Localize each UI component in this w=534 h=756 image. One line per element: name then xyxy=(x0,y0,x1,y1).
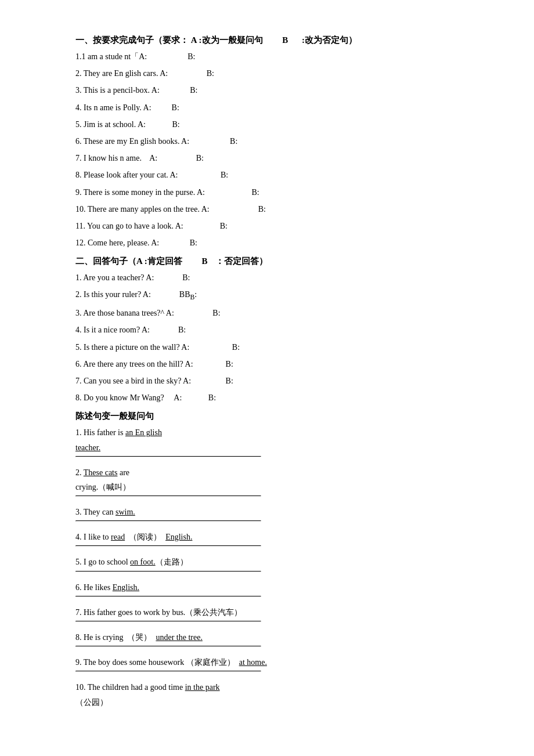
section3-q4-underline: read xyxy=(111,533,125,541)
section3-q2-underline: These cats xyxy=(84,468,118,477)
section2-item-1: 1. Are you a teacher? A: B: xyxy=(75,270,459,285)
section3-q8-underline: under the tree. xyxy=(156,633,202,642)
section3-q10-underline: in the park xyxy=(185,683,220,692)
section3-q5-underline: on foot. xyxy=(130,558,156,566)
section3-q1-underline: an En glishteacher. xyxy=(75,428,162,451)
section3-q7-text: 7. His father goes to work by bus.（乘公共汽车… xyxy=(75,605,459,620)
section3-q4-answer-line xyxy=(75,545,261,547)
section1-item-11: 11. You can go to have a look. A: B: xyxy=(75,219,459,233)
section2: 二、回答句子（A :肯定回答 B ：否定回答） 1. Are you a tea… xyxy=(75,256,459,405)
section2-item-6: 6. Are there any trees on the hill? A: B… xyxy=(75,357,459,371)
section3-q1-text: 1. His father is an En glishteacher. xyxy=(75,425,459,454)
section3-item-4: 4. I like to read （阅读） English. xyxy=(75,530,459,547)
section3-q1-answer-line xyxy=(75,456,261,457)
section1-item-10: 10. There are many apples on the tree. A… xyxy=(75,202,459,216)
section3-q5-text: 5. I go to school on foot.（走路） xyxy=(75,555,459,569)
section3-q4-text: 4. I like to read （阅读） English. xyxy=(75,530,459,544)
section2-item-5: 5. Is there a picture on the wall? A: B: xyxy=(75,340,459,355)
section3-q9-underline: at home. xyxy=(239,658,267,667)
section3-item-6: 6. He likes English. xyxy=(75,580,459,597)
section3-q3-text: 3. They can swim. xyxy=(75,505,459,519)
section3-q8-text: 8. He is crying （哭） under the tree. xyxy=(75,630,459,645)
section1-item-7: 7. I know his n ame. A: B: xyxy=(75,151,459,165)
section3-item-7: 7. His father goes to work by bus.（乘公共汽车… xyxy=(75,605,459,622)
section1: 一、按要求完成句子（要求： A :改为一般疑问句 B :改为否定句） 1.1 a… xyxy=(75,35,459,250)
section3-q2-text: 2. These cats arecrying.（喊叫） xyxy=(75,465,459,494)
section3-q4-underline2: English. xyxy=(165,533,192,541)
section2-title: 二、回答句子（A :肯定回答 B ：否定回答） xyxy=(75,256,459,267)
section3: 陈述句变一般疑问句 1. His father is an En glishte… xyxy=(75,411,459,709)
section3-q6-answer-line xyxy=(75,596,261,597)
section3-q9-text: 9. The boy does some housework （家庭作业） at… xyxy=(75,655,459,670)
section3-q6-underline: English. xyxy=(113,583,139,592)
section2-item-3: 3. Are those banana trees?^ A: B: xyxy=(75,306,459,320)
section3-item-2: 2. These cats arecrying.（喊叫） xyxy=(75,465,459,497)
section1-item-9: 9. There is some money in the purse. A: … xyxy=(75,185,459,200)
section2-item-4: 4. Is it a nice room? A: B: xyxy=(75,323,459,337)
section1-item-3: 3. This is a pencil-box. A: B: xyxy=(75,83,459,97)
section1-item-1: 1.1 am a stude nt「A: B: xyxy=(75,49,459,64)
section1-item-6: 6. These are my En glish books. A: B: xyxy=(75,134,459,149)
section3-q5-answer-line xyxy=(75,571,261,572)
section1-title: 一、按要求完成句子（要求： A :改为一般疑问句 B :改为否定句） xyxy=(75,35,459,46)
section3-q8-answer-line xyxy=(75,646,261,647)
section3-q3-answer-line xyxy=(75,520,261,522)
section1-item-8: 8. Please look after your cat. A: B: xyxy=(75,168,459,182)
section3-item-9: 9. The boy does some housework （家庭作业） at… xyxy=(75,655,459,672)
section3-item-3: 3. They can swim. xyxy=(75,505,459,522)
section1-item-12: 12. Come here, please. A: B: xyxy=(75,236,459,250)
section2-item-7: 7. Can you see a bird in the sky? A: B: xyxy=(75,374,459,388)
section3-q3-underline: swim. xyxy=(116,508,135,516)
section3-item-8: 8. He is crying （哭） under the tree. xyxy=(75,630,459,647)
section2-item-2: 2. Is this your ruler? A: BBB: xyxy=(75,287,459,303)
section1-item-5: 5. Jim is at school. A: B: xyxy=(75,117,459,132)
section3-q7-answer-line xyxy=(75,621,261,622)
section3-q9-answer-line xyxy=(75,671,261,672)
section2-item-8: 8. Do you know Mr Wang? A: B: xyxy=(75,390,459,405)
section3-q2-answer-line xyxy=(75,495,261,497)
section3-item-10: 10. The children had a good time in the … xyxy=(75,680,459,709)
section3-item-5: 5. I go to school on foot.（走路） xyxy=(75,555,459,571)
section1-item-4: 4. Its n ame is Polly. A: B: xyxy=(75,100,459,115)
section3-q10-text: 10. The children had a good time in the … xyxy=(75,680,459,709)
page-content: 一、按要求完成句子（要求： A :改为一般疑问句 B :改为否定句） 1.1 a… xyxy=(75,35,459,710)
section3-title: 陈述句变一般疑问句 xyxy=(75,411,459,422)
section3-q6-text: 6. He likes English. xyxy=(75,580,459,595)
section3-item-1: 1. His father is an En glishteacher. xyxy=(75,425,459,457)
section1-item-2: 2. They are En glish cars. A: B: xyxy=(75,66,459,81)
